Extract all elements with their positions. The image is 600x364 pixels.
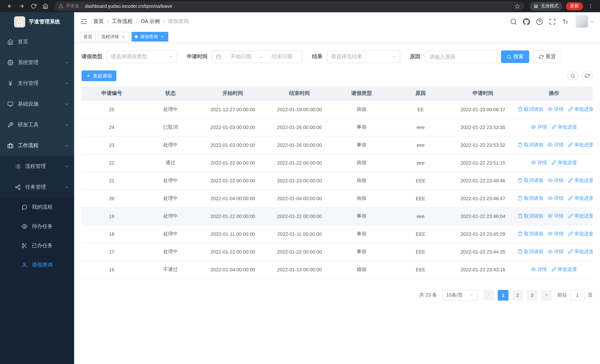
- goto-page-input[interactable]: [570, 290, 585, 300]
- sidebar-item-my-process[interactable]: 我的流程: [0, 197, 74, 217]
- leave-table: 申请编号状态开始时间结束时间请假类型原因申请时间操作 25处理中2021-12-…: [82, 86, 593, 279]
- page-button-1[interactable]: 1: [498, 290, 508, 300]
- reset-button-label: 重置: [545, 53, 556, 60]
- font-size-icon[interactable]: [562, 18, 569, 25]
- reset-button[interactable]: 重置: [533, 50, 562, 63]
- detail-link[interactable]: 详情: [548, 213, 563, 219]
- browser-home-icon[interactable]: [40, 1, 50, 11]
- sidebar-item-leave-query[interactable]: 请假查询: [0, 255, 74, 275]
- sidebar-item-label: 支付管理: [18, 80, 38, 87]
- sidebar-collapse-icon[interactable]: [80, 18, 87, 25]
- cancel-link[interactable]: 取消请假: [517, 195, 543, 202]
- breadcrumb-item[interactable]: 首页: [94, 18, 104, 25]
- progress-link[interactable]: 审批进度: [552, 266, 577, 273]
- detail-link[interactable]: 详情: [531, 159, 547, 166]
- cell-status: 处理中: [142, 243, 199, 261]
- progress-link[interactable]: 审批进度: [568, 142, 593, 148]
- sidebar-item-done-task[interactable]: 已办任务: [0, 236, 74, 255]
- detail-link[interactable]: 详情: [548, 231, 563, 237]
- apply-time-range-picker[interactable]: 开始日期 - 结束日期: [212, 50, 302, 63]
- security-label[interactable]: 不安全: [66, 3, 79, 9]
- progress-link[interactable]: 审批进度: [552, 159, 577, 166]
- browser-back-icon[interactable]: [5, 1, 14, 11]
- detail-link-label: 详情: [554, 231, 563, 237]
- refresh-table-button[interactable]: [582, 70, 593, 81]
- cell-leave-type: 事假: [332, 225, 391, 243]
- progress-link[interactable]: 审批进度: [568, 213, 593, 219]
- search-icon[interactable]: [510, 18, 517, 25]
- progress-link[interactable]: 审批进度: [568, 248, 593, 255]
- github-icon[interactable]: [523, 18, 530, 25]
- page-button-2[interactable]: 2: [512, 290, 523, 300]
- tab-2[interactable]: 请假查询×: [131, 32, 168, 42]
- detail-link[interactable]: 详情: [548, 195, 563, 202]
- page-size-select[interactable]: 10条/页: [442, 290, 478, 300]
- progress-link[interactable]: 审批进度: [568, 177, 593, 184]
- search-button[interactable]: 搜索: [501, 50, 529, 63]
- progress-link[interactable]: 审批进度: [568, 231, 593, 237]
- page-button-3[interactable]: 3: [527, 290, 537, 300]
- bookmark-star-icon[interactable]: [515, 3, 520, 9]
- detail-link-label: 详情: [554, 177, 563, 184]
- next-page-button[interactable]: [541, 290, 552, 300]
- toggle-search-button[interactable]: [567, 70, 578, 81]
- sidebar-item-payment[interactable]: 支付管理: [0, 73, 74, 94]
- detail-link[interactable]: 详情: [531, 124, 547, 131]
- cancel-link[interactable]: 取消请假: [517, 142, 543, 148]
- cell-status: 处理中: [142, 172, 199, 189]
- logo[interactable]: 芋道管理系统: [0, 12, 74, 31]
- browser-update-button[interactable]: 更新: [566, 2, 583, 10]
- cancel-link[interactable]: 取消请假: [517, 106, 543, 113]
- fullscreen-icon[interactable]: [549, 18, 556, 25]
- sidebar-item-home[interactable]: 首页: [0, 31, 74, 52]
- progress-link[interactable]: 审批进度: [552, 124, 577, 131]
- tab-1[interactable]: 流程详情×: [98, 32, 129, 42]
- sidebar-menu: 首页系统管理支付管理基础设施研发工具工作流程流程管理任务管理我的流程待办任务已办…: [0, 31, 74, 275]
- detail-link[interactable]: 详情: [548, 142, 563, 148]
- cancel-link[interactable]: 取消请假: [517, 213, 543, 219]
- sidebar-item-todo-task[interactable]: 待办任务: [0, 217, 74, 236]
- detail-link[interactable]: 详情: [548, 177, 563, 184]
- address-bar[interactable]: 不安全 dashboard.yudao.iocoder.cn/bpm/oa/le…: [54, 1, 525, 11]
- sidebar-item-infrastructure[interactable]: 基础设施: [0, 94, 74, 114]
- cancel-link[interactable]: 取消请假: [517, 231, 543, 237]
- result-select[interactable]: 请选择流结果: [327, 50, 400, 63]
- detail-link[interactable]: 详情: [548, 106, 563, 113]
- sidebar-item-workflow[interactable]: 工作流程: [0, 135, 74, 156]
- breadcrumb-item[interactable]: OA 示例: [141, 18, 160, 25]
- tab-close-icon[interactable]: ×: [121, 34, 126, 39]
- leave-type-select[interactable]: 请选择请假类型: [107, 50, 177, 63]
- sidebar-item-devtools[interactable]: 研发工具: [0, 114, 74, 135]
- detail-link[interactable]: 详情: [531, 266, 547, 273]
- progress-link[interactable]: 审批进度: [568, 195, 593, 202]
- cancel-link-label: 取消请假: [524, 213, 543, 219]
- browser-reload-icon[interactable]: [28, 1, 38, 11]
- cell-status: 处理中: [142, 136, 199, 154]
- cancel-link[interactable]: 取消请假: [517, 177, 543, 184]
- user-avatar[interactable]: [576, 15, 594, 28]
- eye-icon: [21, 224, 28, 229]
- detail-link[interactable]: 详情: [548, 248, 563, 255]
- sidebar-item-process-mgmt[interactable]: 流程管理: [0, 156, 74, 177]
- column-header: 结束时间: [266, 86, 332, 101]
- prev-page-button[interactable]: [483, 290, 494, 300]
- tab-0[interactable]: 首页: [80, 32, 96, 42]
- breadcrumb-item[interactable]: 工作流程: [112, 18, 133, 25]
- browser-forward-icon[interactable]: [17, 1, 26, 11]
- column-header: 请假类型: [332, 86, 391, 101]
- url-text[interactable]: dashboard.yudao.iocoder.cn/bpm/oa/leave: [85, 3, 512, 9]
- active-tab-dot: [135, 35, 138, 38]
- tab-label: 流程详情: [101, 34, 119, 40]
- cell-reason: EEE: [391, 189, 451, 207]
- reason-input[interactable]: [425, 50, 498, 63]
- progress-link[interactable]: 审批进度: [568, 106, 593, 113]
- tab-close-icon[interactable]: ×: [160, 34, 165, 39]
- column-header: 原因: [391, 86, 451, 101]
- cell-reason: eee: [391, 118, 451, 136]
- browser-menu-icon[interactable]: [586, 1, 595, 11]
- cancel-link[interactable]: 取消请假: [517, 248, 543, 255]
- help-icon[interactable]: [536, 18, 543, 25]
- sidebar-item-system[interactable]: 系统管理: [0, 52, 74, 73]
- sidebar-item-task-mgmt[interactable]: 任务管理: [0, 177, 74, 197]
- create-leave-button[interactable]: 发起请假: [82, 70, 116, 81]
